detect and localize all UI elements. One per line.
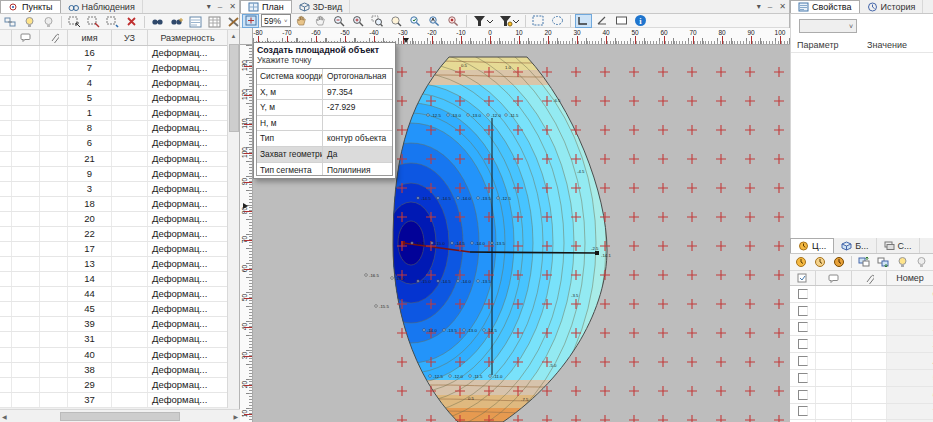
zoom-out-icon[interactable] — [331, 14, 348, 28]
dialog-row[interactable]: X, м97.354 — [257, 85, 392, 101]
table-row[interactable]: 0 — [790, 286, 933, 303]
select-invert-icon[interactable] — [104, 15, 121, 29]
delete-icon[interactable] — [123, 15, 140, 29]
close-icon[interactable]: ✕ — [229, 2, 236, 11]
table-row[interactable]: 44Деформац... — [0, 287, 228, 302]
table-row[interactable]: 7 — [790, 404, 933, 421]
minimize-icon[interactable]: – — [218, 2, 222, 11]
comment-icon[interactable] — [816, 271, 852, 285]
tab-blocks[interactable]: Б... — [834, 238, 876, 253]
bulb-off-icon[interactable] — [913, 255, 930, 269]
pan-drag-icon[interactable] — [312, 14, 329, 28]
find-next-icon[interactable] — [168, 15, 185, 29]
zoom-selected-icon[interactable] — [407, 14, 424, 28]
table-row[interactable]: 13Деформац... — [0, 257, 228, 272]
table-row[interactable]: 3Деформац... — [0, 182, 228, 197]
ortho-mode-icon[interactable] — [575, 14, 592, 28]
checkbox-column-icon[interactable] — [790, 271, 816, 285]
table-row[interactable]: 22Деформац... — [0, 227, 228, 242]
row-checkbox[interactable] — [798, 406, 808, 416]
angle-mode-icon[interactable] — [594, 14, 611, 28]
table-row[interactable]: 17Деформац... — [0, 242, 228, 257]
zoom-dynamic-icon[interactable] — [388, 14, 405, 28]
dialog-field-value[interactable]: Ортогональная — [323, 69, 392, 84]
table-row[interactable]: 37Деформац... — [0, 393, 228, 408]
row-checkbox[interactable] — [798, 373, 808, 383]
table-row[interactable]: 8Деформац... — [0, 121, 228, 136]
zoom-level-combo[interactable]: 59%˅ — [261, 14, 291, 27]
table-row[interactable]: 18Деформац... — [0, 197, 228, 212]
zoom-in-icon[interactable] — [350, 14, 367, 28]
zoom-window-icon[interactable] — [369, 14, 386, 28]
close-icon[interactable]: ✕ — [779, 2, 786, 11]
select-remove-icon[interactable] — [85, 15, 102, 29]
table-row[interactable]: 4 — [790, 353, 933, 370]
cycle-delete-icon[interactable] — [830, 255, 847, 269]
row-checkbox[interactable] — [798, 356, 808, 366]
card-view-icon[interactable] — [187, 15, 204, 29]
pan-hand-icon[interactable] — [293, 14, 310, 28]
left-vscrollbar[interactable]: ▲ — [227, 30, 239, 408]
table-row[interactable]: 21Деформац... — [0, 152, 228, 167]
tab-observations[interactable]: Наблюдения — [61, 0, 143, 13]
selection-column-header[interactable] — [0, 30, 12, 45]
lasso-select-icon[interactable] — [549, 14, 566, 28]
dialog-row[interactable]: Типконтур объекта — [257, 131, 392, 147]
left-hscrollbar[interactable]: ◀ ▶ — [0, 409, 240, 422]
row-checkbox[interactable] — [798, 322, 808, 332]
uz-column-header[interactable]: УЗ — [112, 30, 148, 45]
dialog-row[interactable]: Y, м-27.929 — [257, 100, 392, 116]
scroll-left-icon[interactable]: ◀ — [2, 413, 7, 420]
dimension-column-header[interactable]: Размерность — [148, 30, 228, 45]
tab-history[interactable]: История — [860, 0, 924, 13]
rectangle-tool-icon[interactable] — [613, 14, 630, 28]
table-view-icon[interactable] — [206, 15, 223, 29]
zoom-object-icon[interactable] — [445, 14, 462, 28]
table-row[interactable]: 16Деформац... — [0, 46, 228, 61]
dialog-field-value[interactable]: Да — [323, 147, 392, 162]
table-row[interactable]: 1 — [790, 303, 933, 320]
dropdown-icon[interactable]: ▾ — [207, 2, 211, 11]
bulb-off-icon[interactable] — [40, 15, 57, 29]
row-checkbox[interactable] — [798, 306, 808, 316]
dialog-row[interactable]: Захват геометрииДа — [257, 147, 392, 163]
scroll-up-icon[interactable]: ▲ — [228, 30, 239, 42]
table-row[interactable]: 39Деформац... — [0, 317, 228, 332]
table-row[interactable]: 29Деформац... — [0, 378, 228, 393]
table-row[interactable]: 6Деформац... — [0, 136, 228, 151]
attachment-icon[interactable] — [852, 271, 887, 285]
table-row[interactable]: 5 — [790, 370, 933, 387]
tab-3d-view[interactable]: 3D-вид — [292, 0, 351, 13]
cycle-edit-icon[interactable] — [811, 255, 828, 269]
hscroll-thumb[interactable] — [60, 412, 180, 421]
table-row[interactable]: 3 — [790, 336, 933, 353]
move-up-layer-icon[interactable] — [856, 255, 873, 269]
row-checkbox[interactable] — [798, 339, 808, 349]
select-add-icon[interactable] — [66, 15, 83, 29]
tab-properties[interactable]: Свойства — [790, 0, 860, 13]
dialog-field-value[interactable] — [323, 116, 392, 131]
table-row[interactable]: 20Деформац... — [0, 212, 228, 227]
dialog-field-value[interactable]: контур объекта — [323, 131, 392, 146]
name-column-header[interactable]: имя — [68, 30, 112, 45]
bulb-on-icon[interactable] — [21, 15, 38, 29]
table-row[interactable]: 6 — [790, 387, 933, 404]
tab-layers[interactable]: С... — [877, 238, 920, 253]
filter-settings-icon[interactable] — [497, 14, 521, 28]
tab-points[interactable]: Пункты — [0, 0, 61, 13]
minimize-icon[interactable]: – — [768, 2, 772, 11]
find-icon[interactable] — [149, 15, 166, 29]
dialog-row[interactable]: Система коорди...Ортогональная — [257, 69, 392, 85]
dialog-row[interactable]: Тип сегментаПолилиния — [257, 163, 392, 176]
object-selector-combo[interactable]: ˅ — [799, 19, 857, 33]
row-checkbox[interactable] — [798, 289, 808, 299]
table-row[interactable]: 40Деформац... — [0, 348, 228, 363]
table-row[interactable]: 14Деформац... — [0, 272, 228, 287]
dialog-row[interactable]: H, м — [257, 116, 392, 132]
table-row[interactable]: 1Деформац... — [0, 106, 228, 121]
tab-plan[interactable]: План — [240, 0, 292, 13]
zoom-all-icon[interactable] — [426, 14, 443, 28]
link-points-icon[interactable] — [2, 15, 19, 29]
move-down-layer-icon[interactable] — [875, 255, 892, 269]
info-icon[interactable]: i — [632, 14, 649, 28]
